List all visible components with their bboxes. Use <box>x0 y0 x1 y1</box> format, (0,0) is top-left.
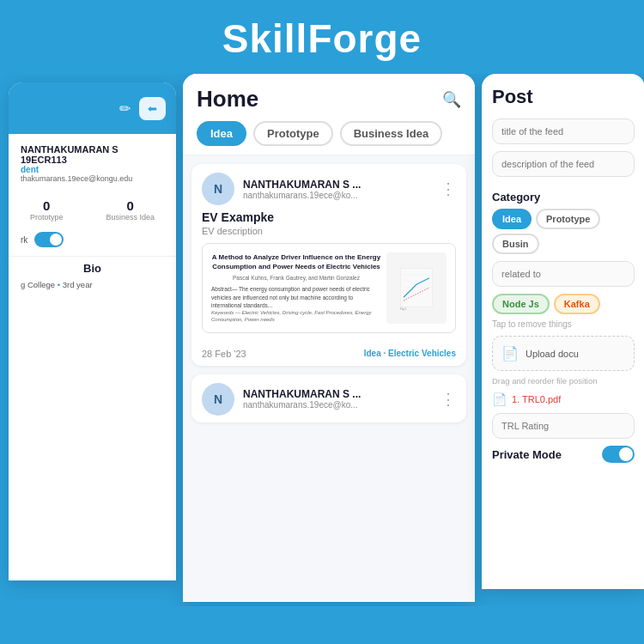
paper-abstract: Abstract— The energy consumption and pow… <box>211 285 381 308</box>
home-header: Home 🔍 Idea Prototype Business Idea <box>183 74 475 155</box>
toggle-row: rk <box>9 228 176 256</box>
post-title: Post <box>492 86 635 108</box>
ev-desc: EV description <box>202 226 456 236</box>
feed-desc-input[interactable] <box>492 151 635 177</box>
home-title: Home <box>197 86 258 112</box>
category-tag-idea[interactable]: Idea <box>492 209 532 229</box>
card-1-date: 28 Feb '23 <box>202 349 246 359</box>
filter-tab-business-idea[interactable]: Business Idea <box>340 121 442 146</box>
bio-section: Bio g College • 3rd year <box>9 256 176 295</box>
card-1-header: N NANTHAKUMARAN S ... nanthakumarans.19e… <box>191 164 466 210</box>
feed: N NANTHAKUMARAN S ... nanthakumarans.19e… <box>183 155 475 602</box>
profile-name: NANTHAKUMARAN S 19ECR113 <box>21 144 164 165</box>
file-item: 📄 1. TRL0.pdf <box>492 392 635 406</box>
upload-label: Upload docu <box>526 349 579 359</box>
upload-button[interactable]: 📄 Upload docu <box>492 336 635 371</box>
category-tag-prototype[interactable]: Prototype <box>536 209 600 229</box>
home-title-row: Home 🔍 <box>197 86 461 112</box>
private-mode-label: Private Mode <box>492 448 562 461</box>
card-2-header: N NANTHAKUMARAN S ... nanthakumarans.19e… <box>191 374 466 422</box>
card-1-tag: Idea · Electric Vehicles <box>364 349 456 358</box>
paper-authors: Pascal Kuhns, Frank Gautrey, and Martin … <box>211 274 381 282</box>
stat-business-idea: 0 Business Idea <box>106 198 155 222</box>
paper-title: A Method to Analyze Driver Influence on … <box>211 252 381 271</box>
node-tags: Node Js Kafka <box>492 294 635 314</box>
filter-tab-prototype[interactable]: Prototype <box>253 121 333 146</box>
profile-email: thakumarans.19ece@kongu.edu <box>21 174 164 183</box>
filter-tabs: Idea Prototype Business Idea <box>197 121 461 146</box>
avatar-2: N <box>202 383 234 416</box>
file-name: 1. TRL0.pdf <box>512 394 561 404</box>
stat-business-label: Business Idea <box>106 213 155 222</box>
paper-keywords: Keywords — Electric Vehicles, Driving cy… <box>211 309 381 324</box>
kafka-tag[interactable]: Kafka <box>554 294 600 314</box>
edit-icon[interactable]: ✏ <box>119 100 131 117</box>
home-panel: Home 🔍 Idea Prototype Business Idea N NA… <box>183 74 475 602</box>
profile-panel: ✏ ⬅ NANTHAKUMARAN S 19ECR113 dent thakum… <box>9 82 176 580</box>
paper-text: A Method to Analyze Driver Influence on … <box>211 252 381 324</box>
profile-role: dent <box>21 165 164 174</box>
feed-title-input[interactable] <box>492 118 635 144</box>
avatar-1: N <box>202 173 234 205</box>
stat-prototype: 0 Prototype <box>30 198 64 222</box>
svg-text:Fig 1.: Fig 1. <box>400 308 407 312</box>
file-icon: 📄 <box>492 392 507 406</box>
paper-image: A Method to Analyze Driver Influence on … <box>202 243 456 333</box>
drag-hint: Drag and reorder file position <box>492 376 635 386</box>
filter-tab-idea[interactable]: Idea <box>197 121 246 146</box>
upload-icon: 📄 <box>501 345 519 361</box>
toggle-switch[interactable] <box>34 232 64 247</box>
card-1-content: EV Exampke EV description A Method to An… <box>191 210 466 343</box>
card-2-handle: nanthakumarans.19ece@ko... <box>243 400 432 410</box>
related-to-input[interactable] <box>492 261 635 287</box>
app-header: SkillForge <box>0 0 644 74</box>
app-title: SkillForge <box>0 15 644 62</box>
stat-prototype-num: 0 <box>30 198 64 213</box>
category-tag-business[interactable]: Busin <box>492 234 539 254</box>
category-tags: Idea Prototype Busin <box>492 209 635 254</box>
card-2-options-icon[interactable]: ⋮ <box>440 390 456 409</box>
toggle-label: rk <box>21 235 27 245</box>
trl-rating-input[interactable] <box>492 413 635 439</box>
private-mode-row: Private Mode <box>492 446 635 463</box>
stat-business-num: 0 <box>106 198 155 213</box>
panels-container: ✏ ⬅ NANTHAKUMARAN S 19ECR113 dent thakum… <box>0 74 644 606</box>
remove-hint: Tap to remove things <box>492 319 635 329</box>
search-icon[interactable]: 🔍 <box>442 90 461 109</box>
profile-top-bar: ✏ ⬅ <box>9 82 176 134</box>
post-panel: Post Category Idea Prototype Busin Node … <box>482 74 644 589</box>
profile-info: NANTHAKUMARAN S 19ECR113 dent thakumaran… <box>9 134 176 190</box>
card-1-footer: 28 Feb '23 Idea · Electric Vehicles <box>191 343 466 366</box>
card-2-username: NANTHAKUMARAN S ... <box>243 388 432 400</box>
private-mode-toggle[interactable] <box>602 446 635 463</box>
bio-college: g College • 3rd year <box>21 280 164 289</box>
ev-title: EV Exampke <box>202 210 456 224</box>
card-1-user-info: NANTHAKUMARAN S ... nanthakumarans.19ece… <box>243 179 432 200</box>
node-js-tag[interactable]: Node Js <box>492 294 550 314</box>
card-1-options-icon[interactable]: ⋮ <box>440 179 456 198</box>
stat-prototype-label: Prototype <box>30 213 64 222</box>
paper-chart: Fig 1. <box>386 252 447 324</box>
logout-button[interactable]: ⬅ <box>139 97 166 120</box>
card-2-user-info: NANTHAKUMARAN S ... nanthakumarans.19ece… <box>243 388 432 410</box>
category-title: Category <box>492 191 635 204</box>
feed-card-1: N NANTHAKUMARAN S ... nanthakumarans.19e… <box>191 164 466 366</box>
bio-title: Bio <box>21 262 164 275</box>
feed-card-2: N NANTHAKUMARAN S ... nanthakumarans.19e… <box>191 374 466 422</box>
card-1-handle: nanthakumarans.19ece@ko... <box>243 191 432 200</box>
profile-stats: 0 Prototype 0 Business Idea <box>9 190 176 228</box>
card-1-username: NANTHAKUMARAN S ... <box>243 179 432 191</box>
